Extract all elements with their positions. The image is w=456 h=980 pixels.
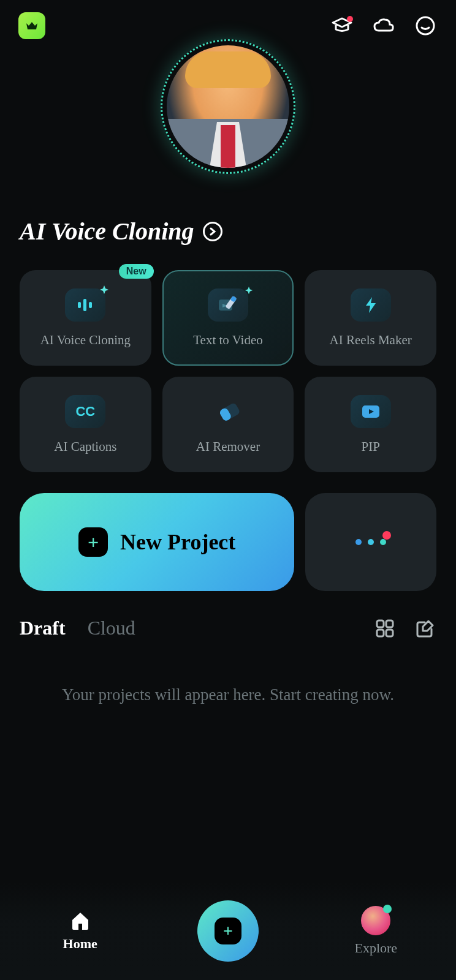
cc-captions-icon: CC: [65, 395, 105, 428]
crown-premium-button[interactable]: [18, 12, 45, 39]
pencil-video-icon: [208, 288, 248, 322]
tab-draft[interactable]: Draft: [20, 617, 66, 639]
chevron-right-circle-icon: [203, 222, 222, 241]
feature-label: PIP: [361, 439, 379, 454]
three-dots-icon: [355, 539, 386, 545]
feature-pip[interactable]: PIP: [305, 377, 436, 472]
bottom-nav: Home + Explore: [0, 882, 456, 980]
cloud-button[interactable]: [371, 13, 396, 38]
grid-view-button[interactable]: [374, 617, 396, 639]
explore-avatar-icon: [361, 906, 390, 935]
avatar-ring[interactable]: [161, 39, 295, 174]
svg-rect-1: [78, 302, 81, 308]
svg-rect-2: [83, 299, 86, 311]
home-icon: [70, 910, 91, 931]
svg-rect-10: [377, 620, 384, 627]
new-project-row: + New Project: [0, 484, 456, 609]
notification-dot: [383, 905, 392, 913]
grid-icon: [376, 619, 394, 638]
edit-square-icon: [416, 619, 435, 638]
empty-state-text: Your projects will appear here. Start cr…: [0, 647, 456, 744]
plus-icon: +: [215, 918, 241, 944]
svg-rect-14: [78, 924, 82, 930]
new-badge: New: [119, 264, 154, 279]
academy-button[interactable]: [330, 13, 354, 38]
hero-avatar-area: [0, 51, 456, 198]
feature-ai-voice-cloning[interactable]: New AI Voice Cloning: [20, 270, 151, 366]
new-project-button[interactable]: + New Project: [20, 493, 294, 591]
eraser-icon: [208, 395, 248, 428]
lightning-icon: [351, 288, 391, 322]
create-fab-button[interactable]: +: [197, 900, 259, 962]
smile-face-icon: [415, 15, 436, 36]
notification-dot: [347, 16, 353, 22]
feature-label: AI Remover: [196, 439, 260, 454]
crown-icon: [25, 20, 39, 31]
pip-play-icon: [351, 395, 391, 428]
notification-dot: [382, 531, 391, 540]
project-tabs: Draft Cloud: [0, 609, 456, 647]
voice-waveform-icon: [65, 288, 105, 322]
svg-rect-11: [386, 620, 393, 627]
feature-ai-captions[interactable]: CC AI Captions: [20, 377, 151, 472]
feature-grid: New AI Voice Cloning Text to Video: [0, 258, 456, 484]
nav-explore[interactable]: Explore: [333, 906, 419, 956]
svg-rect-13: [386, 630, 393, 636]
feature-ai-remover[interactable]: AI Remover: [162, 377, 294, 472]
feature-label: Text to Video: [193, 333, 263, 348]
edit-button[interactable]: [414, 617, 436, 639]
feature-ai-reels-maker[interactable]: AI Reels Maker: [305, 270, 436, 366]
feature-label: AI Captions: [54, 439, 116, 454]
svg-point-0: [417, 17, 434, 34]
section-title: AI Voice Cloning: [20, 217, 194, 246]
cloud-icon: [373, 17, 395, 34]
plus-icon: +: [78, 527, 108, 557]
feature-label: AI Voice Cloning: [40, 333, 131, 348]
nav-label: Explore: [354, 940, 397, 956]
avatar-image: [167, 45, 289, 168]
section-title-row[interactable]: AI Voice Cloning: [0, 198, 456, 258]
new-project-label: New Project: [120, 529, 235, 555]
profile-button[interactable]: [413, 13, 438, 38]
svg-rect-3: [89, 302, 92, 308]
nav-home[interactable]: Home: [37, 910, 123, 952]
svg-rect-12: [377, 630, 384, 636]
tab-cloud[interactable]: Cloud: [88, 617, 135, 639]
more-tools-button[interactable]: [305, 493, 436, 591]
feature-text-to-video[interactable]: Text to Video: [162, 270, 294, 366]
feature-label: AI Reels Maker: [330, 333, 412, 348]
nav-label: Home: [63, 936, 97, 952]
